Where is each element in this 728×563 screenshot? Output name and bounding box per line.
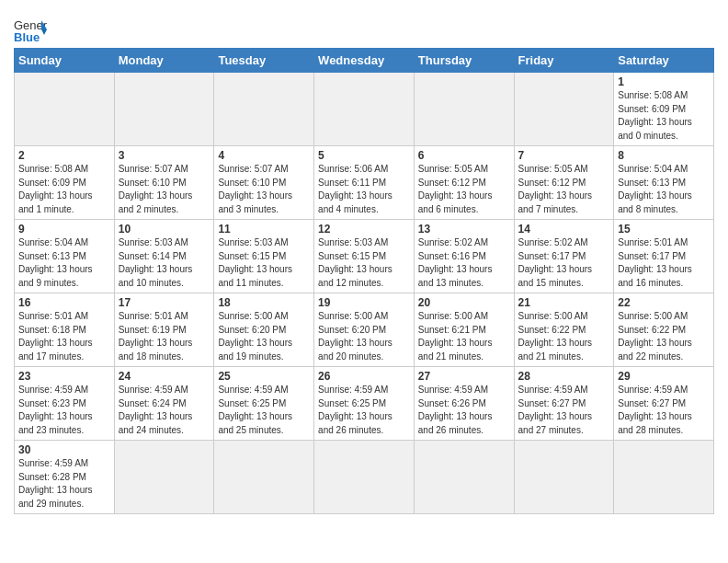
calendar-cell: 22Sunrise: 5:00 AM Sunset: 6:22 PM Dayli… <box>614 293 714 367</box>
day-number: 8 <box>618 149 710 162</box>
day-number: 2 <box>18 149 110 162</box>
day-number: 29 <box>618 370 710 383</box>
calendar-cell <box>314 73 415 146</box>
calendar-cell: 15Sunrise: 5:01 AM Sunset: 6:17 PM Dayli… <box>614 220 714 293</box>
day-sun-info: Sunrise: 5:04 AM Sunset: 6:13 PM Dayligh… <box>18 236 110 290</box>
calendar-cell <box>214 441 314 514</box>
day-number: 14 <box>518 223 610 236</box>
day-number: 1 <box>618 75 710 88</box>
calendar-cell: 24Sunrise: 4:59 AM Sunset: 6:24 PM Dayli… <box>114 367 214 441</box>
calendar-week-row: 16Sunrise: 5:01 AM Sunset: 6:18 PM Dayli… <box>15 293 714 367</box>
calendar-cell: 30Sunrise: 4:59 AM Sunset: 6:28 PM Dayli… <box>15 441 115 514</box>
day-number: 25 <box>218 370 310 383</box>
day-sun-info: Sunrise: 5:00 AM Sunset: 6:22 PM Dayligh… <box>618 310 710 363</box>
page-header: General Blue <box>14 9 714 42</box>
day-sun-info: Sunrise: 5:00 AM Sunset: 6:20 PM Dayligh… <box>318 310 410 363</box>
day-number: 12 <box>318 223 410 236</box>
calendar-cell: 21Sunrise: 5:00 AM Sunset: 6:22 PM Dayli… <box>514 293 614 367</box>
day-number: 6 <box>418 149 510 162</box>
day-of-week-header: Tuesday <box>214 49 314 73</box>
calendar-cell <box>614 441 714 514</box>
calendar-week-row: 2Sunrise: 5:08 AM Sunset: 6:09 PM Daylig… <box>15 146 714 220</box>
calendar-cell: 27Sunrise: 4:59 AM Sunset: 6:26 PM Dayli… <box>414 367 514 441</box>
calendar-week-row: 9Sunrise: 5:04 AM Sunset: 6:13 PM Daylig… <box>15 220 714 293</box>
day-number: 22 <box>618 296 710 309</box>
calendar-cell: 3Sunrise: 5:07 AM Sunset: 6:10 PM Daylig… <box>114 146 214 220</box>
day-sun-info: Sunrise: 5:06 AM Sunset: 6:11 PM Dayligh… <box>318 163 410 216</box>
day-sun-info: Sunrise: 4:59 AM Sunset: 6:27 PM Dayligh… <box>618 384 710 437</box>
calendar-cell <box>414 73 514 146</box>
calendar-cell: 9Sunrise: 5:04 AM Sunset: 6:13 PM Daylig… <box>15 220 115 293</box>
day-sun-info: Sunrise: 4:59 AM Sunset: 6:27 PM Dayligh… <box>518 384 610 437</box>
logo: General Blue <box>14 17 47 42</box>
day-sun-info: Sunrise: 4:59 AM Sunset: 6:26 PM Dayligh… <box>418 384 510 437</box>
day-sun-info: Sunrise: 5:05 AM Sunset: 6:12 PM Dayligh… <box>418 163 510 216</box>
day-number: 15 <box>618 223 710 236</box>
day-sun-info: Sunrise: 5:00 AM Sunset: 6:20 PM Dayligh… <box>218 310 310 363</box>
day-sun-info: Sunrise: 4:59 AM Sunset: 6:24 PM Dayligh… <box>119 384 210 437</box>
calendar-cell: 23Sunrise: 4:59 AM Sunset: 6:23 PM Dayli… <box>15 367 115 441</box>
day-sun-info: Sunrise: 5:07 AM Sunset: 6:10 PM Dayligh… <box>218 163 310 216</box>
calendar-week-row: 30Sunrise: 4:59 AM Sunset: 6:28 PM Dayli… <box>15 441 714 514</box>
calendar-table: SundayMondayTuesdayWednesdayThursdayFrid… <box>14 48 714 514</box>
day-sun-info: Sunrise: 4:59 AM Sunset: 6:25 PM Dayligh… <box>318 384 410 437</box>
calendar-cell: 17Sunrise: 5:01 AM Sunset: 6:19 PM Dayli… <box>114 293 214 367</box>
day-sun-info: Sunrise: 5:07 AM Sunset: 6:10 PM Dayligh… <box>119 163 210 216</box>
day-sun-info: Sunrise: 5:08 AM Sunset: 6:09 PM Dayligh… <box>18 163 110 216</box>
calendar-week-row: 1Sunrise: 5:08 AM Sunset: 6:09 PM Daylig… <box>15 73 714 146</box>
day-number: 27 <box>418 370 510 383</box>
day-number: 18 <box>218 296 310 309</box>
calendar-cell <box>514 441 614 514</box>
day-number: 10 <box>119 223 210 236</box>
calendar-cell: 18Sunrise: 5:00 AM Sunset: 6:20 PM Dayli… <box>214 293 314 367</box>
day-number: 30 <box>18 443 110 456</box>
calendar-cell: 6Sunrise: 5:05 AM Sunset: 6:12 PM Daylig… <box>414 146 514 220</box>
calendar-cell: 29Sunrise: 4:59 AM Sunset: 6:27 PM Dayli… <box>614 367 714 441</box>
day-sun-info: Sunrise: 5:05 AM Sunset: 6:12 PM Dayligh… <box>518 163 610 216</box>
header-row: SundayMondayTuesdayWednesdayThursdayFrid… <box>15 49 714 73</box>
calendar-cell: 8Sunrise: 5:04 AM Sunset: 6:13 PM Daylig… <box>614 146 714 220</box>
calendar-cell: 1Sunrise: 5:08 AM Sunset: 6:09 PM Daylig… <box>614 73 714 146</box>
logo-icon: General Blue <box>14 17 47 42</box>
calendar-cell <box>114 441 214 514</box>
day-number: 21 <box>518 296 610 309</box>
calendar-cell <box>314 441 415 514</box>
calendar-cell: 26Sunrise: 4:59 AM Sunset: 6:25 PM Dayli… <box>314 367 415 441</box>
day-sun-info: Sunrise: 5:03 AM Sunset: 6:15 PM Dayligh… <box>218 236 310 290</box>
svg-text:Blue: Blue <box>14 30 40 42</box>
calendar-cell: 13Sunrise: 5:02 AM Sunset: 6:16 PM Dayli… <box>414 220 514 293</box>
calendar-cell <box>414 441 514 514</box>
day-of-week-header: Saturday <box>614 49 714 73</box>
day-sun-info: Sunrise: 5:00 AM Sunset: 6:21 PM Dayligh… <box>418 310 510 363</box>
day-number: 9 <box>18 223 110 236</box>
day-number: 3 <box>119 149 210 162</box>
day-number: 7 <box>518 149 610 162</box>
day-number: 20 <box>418 296 510 309</box>
day-number: 24 <box>119 370 210 383</box>
calendar-week-row: 23Sunrise: 4:59 AM Sunset: 6:23 PM Dayli… <box>15 367 714 441</box>
day-number: 4 <box>218 149 310 162</box>
day-number: 11 <box>218 223 310 236</box>
day-of-week-header: Monday <box>114 49 214 73</box>
calendar-cell: 25Sunrise: 4:59 AM Sunset: 6:25 PM Dayli… <box>214 367 314 441</box>
calendar-cell <box>15 73 115 146</box>
day-number: 5 <box>318 149 410 162</box>
calendar-cell: 19Sunrise: 5:00 AM Sunset: 6:20 PM Dayli… <box>314 293 415 367</box>
day-number: 23 <box>18 370 110 383</box>
day-number: 16 <box>18 296 110 309</box>
day-sun-info: Sunrise: 4:59 AM Sunset: 6:25 PM Dayligh… <box>218 384 310 437</box>
day-sun-info: Sunrise: 5:03 AM Sunset: 6:14 PM Dayligh… <box>119 236 210 290</box>
calendar-cell: 12Sunrise: 5:03 AM Sunset: 6:15 PM Dayli… <box>314 220 415 293</box>
day-of-week-header: Friday <box>514 49 614 73</box>
calendar-cell: 11Sunrise: 5:03 AM Sunset: 6:15 PM Dayli… <box>214 220 314 293</box>
day-of-week-header: Thursday <box>414 49 514 73</box>
svg-marker-3 <box>41 29 47 35</box>
calendar-cell <box>514 73 614 146</box>
day-sun-info: Sunrise: 5:01 AM Sunset: 6:19 PM Dayligh… <box>119 310 210 363</box>
day-sun-info: Sunrise: 5:04 AM Sunset: 6:13 PM Dayligh… <box>618 163 710 216</box>
day-number: 17 <box>119 296 210 309</box>
day-number: 13 <box>418 223 510 236</box>
calendar-cell: 7Sunrise: 5:05 AM Sunset: 6:12 PM Daylig… <box>514 146 614 220</box>
day-number: 26 <box>318 370 410 383</box>
day-of-week-header: Wednesday <box>314 49 415 73</box>
